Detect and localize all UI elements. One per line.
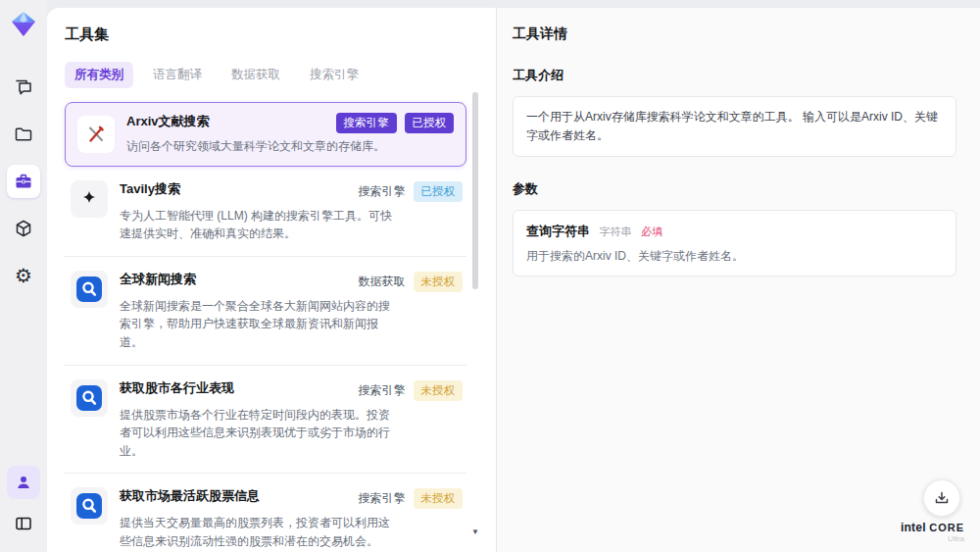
tool-list-item-tavily[interactable]: Tavily搜索 搜索引擎 已授权 专为人工智能代理 (LLM) 构建的搜索引擎…	[65, 167, 466, 257]
category-label: 搜索引擎	[359, 487, 406, 510]
tool-name: 全球新闻搜索	[120, 271, 196, 288]
download-button[interactable]	[923, 479, 960, 517]
intro-text: 一个用于从Arxiv存储库搜索科学论文和文章的工具。 输入可以是Arxiv ID…	[526, 108, 943, 145]
tool-name: Arxiv文献搜索	[126, 113, 210, 130]
category-label: 搜索引擎	[359, 180, 406, 203]
sidebar-item-chat[interactable]	[7, 71, 40, 104]
category-label: 搜索引擎	[359, 379, 406, 402]
blue-search-icon	[71, 379, 108, 417]
tool-name: Tavily搜索	[120, 180, 180, 198]
tab-translation[interactable]: 语言翻译	[143, 62, 212, 88]
tool-list-item-sector-performance[interactable]: 获取股市各行业表现 搜索引擎 未授权 提供股票市场各个行业在特定时间段内的表现。…	[65, 366, 466, 475]
intro-heading: 工具介绍	[513, 67, 956, 84]
sidebar-bottom	[7, 466, 40, 540]
blue-search-icon	[71, 271, 108, 308]
category-label: 数据获取	[359, 271, 406, 293]
status-badge: 未授权	[414, 272, 464, 292]
scroll-down-arrow-icon[interactable]: ▼	[471, 527, 479, 536]
user-icon	[15, 474, 32, 491]
param-card: 查询字符串 字符串 必填 用于搜索的Arxiv ID、关键字或作者姓名。	[513, 210, 956, 276]
toolbox-icon	[14, 172, 33, 191]
tool-description: 访问各个研究领域大量科学论文和文章的存储库。	[126, 137, 405, 156]
settings-gear-icon: ⚙	[15, 266, 32, 285]
intel-core-text: CORE	[929, 522, 964, 533]
tool-detail-panel: 工具详情 工具介绍 一个用于从Arxiv存储库搜索科学论文和文章的工具。 输入可…	[497, 8, 980, 552]
tool-name: 获取股市各行业表现	[120, 379, 234, 397]
app-logo-gem-icon[interactable]	[9, 10, 38, 39]
tool-name: 获取市场最活跃股票信息	[120, 487, 260, 505]
param-type: 字符串	[599, 226, 631, 237]
sidebar-item-collapse[interactable]	[7, 507, 40, 540]
sidebar-item-files[interactable]	[7, 118, 40, 151]
sidebar-item-settings[interactable]: ⚙	[7, 259, 40, 292]
sidebar-nav: ⚙	[7, 71, 40, 292]
intel-core-logo: intel CORE Ultra	[901, 522, 964, 544]
param-name: 查询字符串	[526, 224, 590, 238]
panel-toggle-icon	[14, 514, 33, 533]
download-icon	[933, 489, 951, 507]
tool-list-item-active-stocks[interactable]: 获取市场最活跃股票信息 搜索引擎 未授权 提供当天交易量最高的股票列表，投资者可…	[65, 474, 466, 552]
tool-list-panel: 工具集 所有类别 语言翻译 数据获取 搜索引擎 Arxiv文献搜索 搜索引擎	[47, 8, 496, 552]
params-heading: 参数	[513, 180, 956, 198]
status-badge: 未授权	[414, 488, 464, 509]
sidebar-item-packages[interactable]	[7, 212, 40, 245]
blue-search-icon	[71, 487, 108, 525]
scrollbar-thumb[interactable]	[472, 92, 478, 289]
intel-brand-text: intel	[901, 521, 926, 534]
left-sidebar: ⚙	[0, 0, 47, 552]
tool-list-item-global-news[interactable]: 全球新闻搜索 数据获取 未授权 全球新闻搜索是一个聚合全球各大新闻网站内容的搜索…	[65, 257, 466, 366]
tool-description: 专为人工智能代理 (LLM) 构建的搜索引擎工具。可快速提供实时、准确和真实的结…	[120, 207, 398, 243]
status-badge: 已授权	[414, 181, 464, 202]
detail-title: 工具详情	[513, 25, 956, 43]
category-tabs: 所有类别 语言翻译 数据获取 搜索引擎	[65, 62, 466, 88]
star-icon	[71, 180, 108, 218]
tab-data-fetch[interactable]: 数据获取	[221, 62, 290, 88]
category-badge: 搜索引擎	[336, 113, 397, 133]
tab-search-engine[interactable]: 搜索引擎	[300, 62, 368, 88]
status-badge: 未授权	[414, 380, 464, 401]
intel-sub-text: Ultra	[901, 535, 964, 544]
intro-box: 一个用于从Arxiv存储库搜索科学论文和文章的工具。 输入可以是Arxiv ID…	[513, 96, 956, 157]
cube-icon	[14, 219, 33, 238]
arxiv-icon	[77, 116, 115, 153]
param-description: 用于搜索的Arxiv ID、关键字或作者姓名。	[526, 248, 943, 265]
folder-icon	[14, 125, 33, 144]
status-badge: 已授权	[405, 113, 455, 133]
tool-description: 全球新闻搜索是一个聚合全球各大新闻网站内容的搜索引擎，帮助用户快速获取全球最新资…	[120, 297, 398, 352]
page-title: 工具集	[65, 25, 466, 44]
sidebar-item-tools[interactable]	[7, 165, 40, 198]
main-panel: 工具集 所有类别 语言翻译 数据获取 搜索引擎 Arxiv文献搜索 搜索引擎	[47, 8, 980, 552]
tool-card-arxiv-selected[interactable]: Arxiv文献搜索 搜索引擎 已授权 访问各个研究领域大量科学论文和文章的存储库…	[65, 102, 466, 167]
tool-description: 提供当天交易量最高的股票列表，投资者可以利用这些信息来识别流动性强的股票和潜在的…	[120, 514, 398, 550]
tab-all-categories[interactable]: 所有类别	[65, 62, 133, 88]
tool-description: 提供股票市场各个行业在特定时间段内的表现。投资者可以利用这些信息来识别表现优于或…	[120, 406, 398, 461]
chat-icon	[14, 77, 33, 97]
sidebar-item-account[interactable]	[7, 466, 40, 499]
param-required-badge: 必填	[641, 226, 662, 237]
